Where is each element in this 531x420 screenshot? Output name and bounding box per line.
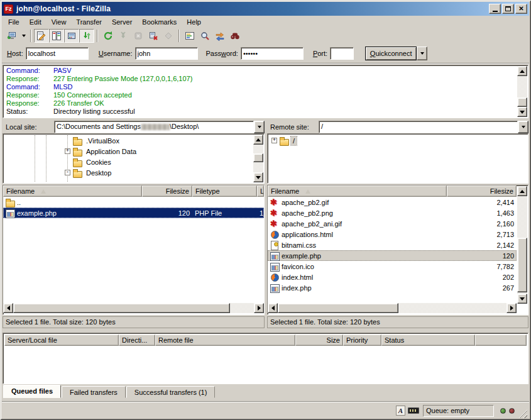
column-header-last-modified[interactable]: L xyxy=(257,185,264,197)
minimize-button[interactable] xyxy=(489,4,501,14)
column-header-filetype[interactable]: Filetype xyxy=(192,185,257,197)
local-tree-scrollbar[interactable] xyxy=(253,135,263,182)
filter-button[interactable] xyxy=(182,29,197,43)
queue-column-remote-file[interactable]: Remote file xyxy=(155,334,295,346)
synchronized-browsing-button[interactable] xyxy=(212,29,227,43)
menu-transfer[interactable]: Transfer xyxy=(71,18,107,26)
remote-site-dropdown[interactable] xyxy=(518,121,528,133)
table-row[interactable]: apache_pb2.gif2,414 xyxy=(268,197,517,207)
site-manager-button[interactable] xyxy=(4,29,19,43)
table-row[interactable]: applications.html2,713 xyxy=(268,229,517,240)
queue-column-status[interactable]: Status xyxy=(381,334,475,346)
table-row-selected[interactable]: example.php120 xyxy=(268,250,517,261)
close-icon: ✕ xyxy=(518,6,523,12)
username-input[interactable] xyxy=(135,47,198,60)
expander-icon[interactable]: + xyxy=(65,148,70,154)
chevron-down-icon xyxy=(22,35,26,39)
menu-server[interactable]: Server xyxy=(107,18,137,26)
queue-column-direction[interactable]: Directi... xyxy=(119,334,155,346)
queue-column-server-local[interactable]: Server/Local file xyxy=(4,334,119,346)
scrollbar-thumb[interactable] xyxy=(517,97,527,107)
directory-comparison-button[interactable] xyxy=(197,29,212,43)
queue-column-filler xyxy=(475,334,527,346)
process-queue-button[interactable] xyxy=(116,29,131,43)
quickconnect-button[interactable]: Quickconnect xyxy=(365,47,417,60)
log-scrollbar[interactable] xyxy=(517,66,527,117)
remote-site-path[interactable]: / xyxy=(319,121,518,133)
scroll-up-icon xyxy=(520,67,525,73)
remote-site-combobox[interactable]: / xyxy=(319,121,528,133)
find-files-button[interactable] xyxy=(227,29,243,43)
disconnect-button[interactable] xyxy=(146,29,161,43)
toggle-queue-button[interactable] xyxy=(79,29,94,43)
reconnect-button[interactable] xyxy=(161,29,176,43)
toggle-message-log-button[interactable] xyxy=(34,29,49,43)
speed-limits-icon[interactable] xyxy=(408,407,419,414)
refresh-button[interactable] xyxy=(101,29,116,43)
quickconnect-dropdown[interactable] xyxy=(417,47,427,60)
expander-icon[interactable]: + xyxy=(271,138,277,143)
folder-icon xyxy=(73,147,83,156)
scroll-right-icon xyxy=(258,306,263,311)
column-header-filename[interactable]: Filename xyxy=(3,185,142,197)
image-file-icon xyxy=(270,262,280,271)
expander-icon[interactable]: - xyxy=(65,170,70,175)
column-header-filesize[interactable]: Filesize xyxy=(447,185,517,197)
table-row-selected[interactable]: example.php 120 PHP File 1 xyxy=(3,207,264,218)
table-row[interactable]: apache_pb2.png1,463 xyxy=(268,207,517,218)
table-row[interactable]: favicon.ico7,782 xyxy=(268,261,517,272)
local-site-path[interactable]: C:\Documents and Settings\Desktop\ xyxy=(54,121,254,133)
local-site-dropdown[interactable] xyxy=(254,121,265,133)
scrollbar-thumb[interactable] xyxy=(13,303,230,313)
scrollbar-thumb[interactable] xyxy=(278,303,398,313)
tree-item-root[interactable]: + / xyxy=(269,135,527,146)
tab-failed-transfers[interactable]: Failed transfers xyxy=(62,386,126,398)
site-manager-dropdown[interactable] xyxy=(19,29,28,43)
table-row[interactable]: apache_pb2_ani.gif2,160 xyxy=(268,218,517,229)
tree-item-application-data[interactable]: + Application Data xyxy=(4,146,253,157)
local-site-combobox[interactable]: C:\Documents and Settings\Desktop\ xyxy=(54,121,265,133)
tree-item-cookies[interactable]: Cookies xyxy=(4,157,253,167)
queue-column-priority[interactable]: Priority xyxy=(343,334,381,346)
resize-grip[interactable] xyxy=(518,409,527,418)
menu-file[interactable]: File xyxy=(3,18,25,26)
apache-feather-icon xyxy=(270,209,280,218)
remote-horizontal-scrollbar[interactable] xyxy=(268,303,517,313)
tab-queued-files[interactable]: Queued files xyxy=(3,385,61,398)
menu-edit[interactable]: Edit xyxy=(25,18,47,26)
password-input[interactable] xyxy=(241,47,304,60)
scroll-down-icon xyxy=(520,111,525,116)
tree-item-label: Desktop xyxy=(84,169,113,177)
log-line: Status:Directory listing successful xyxy=(4,108,517,116)
quickconnect-bar: Host: Username: Password: Port: Quickcon… xyxy=(2,44,529,62)
tab-successful-transfers[interactable]: Successful transfers (1) xyxy=(126,386,216,398)
table-row-updir[interactable]: .. xyxy=(3,197,264,207)
host-input[interactable] xyxy=(26,47,89,60)
cancel-button[interactable] xyxy=(131,29,146,43)
table-row[interactable]: index.php267 xyxy=(268,282,517,293)
tree-item-desktop[interactable]: - Desktop xyxy=(4,167,253,178)
menu-help[interactable]: Help xyxy=(182,18,206,26)
menu-bookmarks[interactable]: Bookmarks xyxy=(137,18,182,26)
scrollbar-thumb[interactable] xyxy=(253,153,263,162)
queue-column-size[interactable]: Size xyxy=(295,334,343,346)
table-row[interactable]: index.html202 xyxy=(268,272,517,282)
tree-item-virtualbox[interactable]: .VirtualBox xyxy=(4,135,253,146)
transfer-type-indicator-icon[interactable]: A xyxy=(396,406,405,416)
column-header-filename[interactable]: Filename xyxy=(268,185,447,197)
maximize-button[interactable] xyxy=(502,4,514,14)
menu-view[interactable]: View xyxy=(47,18,72,26)
scroll-left-icon xyxy=(269,306,275,311)
local-horizontal-scrollbar[interactable] xyxy=(3,303,264,313)
toggle-tree-views-button[interactable] xyxy=(49,29,64,43)
toggle-directory-listing-button[interactable] xyxy=(64,29,79,43)
table-row[interactable]: bitnami.css2,142 xyxy=(268,240,517,250)
toolbar xyxy=(2,28,529,44)
column-header-filesize[interactable]: Filesize xyxy=(142,185,192,197)
scroll-left-icon xyxy=(4,306,10,311)
scrollbar-thumb[interactable] xyxy=(517,238,527,292)
close-button[interactable]: ✕ xyxy=(515,4,527,14)
last-modified xyxy=(257,197,264,207)
port-input[interactable] xyxy=(330,47,354,60)
remote-vertical-scrollbar[interactable] xyxy=(517,186,527,304)
